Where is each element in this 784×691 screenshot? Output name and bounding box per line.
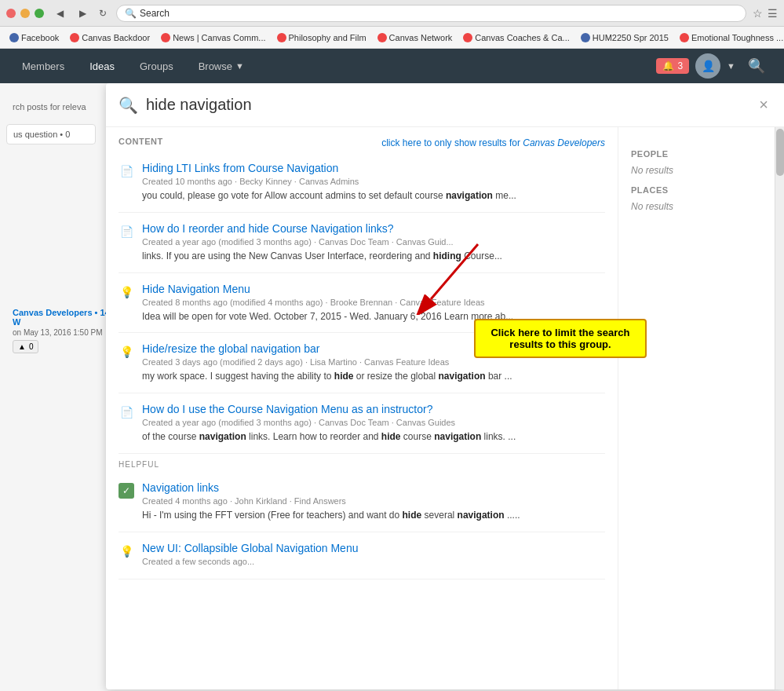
close-button[interactable]: ×	[756, 93, 771, 117]
callout-box: Click here to limit the search results t…	[474, 319, 647, 358]
result-content: Hide Navigation Menu Created 8 months ag…	[142, 283, 605, 324]
url-text: Search	[140, 8, 170, 19]
result-title[interactable]: New UI: Collapsible Global Navigation Me…	[142, 542, 605, 554]
bookmark-favicon	[377, 33, 387, 42]
filter-group-name[interactable]: Canvas Developers	[523, 137, 605, 148]
bookmarks-bar: Facebook Canvas Backdoor News | Canvas C…	[0, 27, 784, 49]
bookmark-favicon	[277, 33, 286, 42]
people-section-label: PEOPLE	[631, 149, 762, 159]
result-content: Hiding LTI Links from Course Navigation …	[142, 162, 605, 203]
app-nav: Members Ideas Groups Browse ▼ 🔔 3 👤 ▼ 🔍	[0, 49, 784, 83]
result-title[interactable]: How do I use the Course Navigation Menu …	[142, 403, 605, 415]
result-meta: Created 8 months ago (modified 4 months …	[142, 298, 605, 307]
search-header: 🔍 ×	[106, 83, 784, 127]
result-doc-icon: 📄	[119, 404, 134, 420]
red-arrow	[415, 236, 509, 315]
result-item: 💡 New UI: Collapsible Global Navigation …	[119, 532, 605, 579]
result-meta: Created a year ago (modified 3 months ag…	[142, 237, 605, 247]
nav-right: 🔔 3 👤 ▼ 🔍	[656, 53, 771, 79]
result-item: 📄 Hiding LTI Links from Course Navigatio…	[119, 152, 605, 213]
bookmark-canvas-network[interactable]: Canvas Network	[373, 31, 458, 44]
callout-text: Click here to limit the search results t…	[490, 327, 629, 350]
result-idea-icon: 💡	[119, 344, 134, 360]
result-check-icon: ✓	[119, 483, 134, 499]
places-no-results: No results	[631, 201, 762, 212]
result-snippet: you could, please go vote for Allow acco…	[142, 189, 605, 203]
result-meta: Created 10 months ago · Becky Kinney · C…	[142, 177, 605, 186]
bookmark-star[interactable]: ☆	[753, 7, 763, 20]
result-snippet: of the course navigation links. Learn ho…	[142, 430, 605, 444]
svg-line-1	[431, 244, 478, 299]
bookmark-news[interactable]: News | Canvas Comm...	[156, 31, 270, 44]
scrollbar-thumb[interactable]	[776, 129, 784, 176]
nav-bell-button[interactable]: 🔔 3	[656, 58, 689, 74]
bookmark-favicon	[680, 33, 689, 42]
result-meta: Created 4 months ago · John Kirkland · F…	[142, 496, 605, 506]
search-icon: 🔍	[119, 96, 138, 115]
nav-item-groups[interactable]: Groups	[130, 49, 183, 83]
people-no-results: No results	[631, 165, 762, 176]
result-title[interactable]: How do I reorder and hide Course Navigat…	[142, 222, 605, 235]
bookmark-favicon	[70, 33, 79, 42]
content-section-label: CONTENT	[119, 137, 163, 146]
result-idea-icon: 💡	[119, 543, 134, 559]
result-meta: Created 3 days ago (modified 2 days ago)…	[142, 357, 605, 367]
community-date: on May 13, 2016 1:50 PM	[13, 328, 114, 337]
search-body: CONTENT click here to only show results …	[106, 127, 784, 689]
bookmark-emotional[interactable]: Emotional Toughness ...	[675, 31, 784, 44]
bookmark-philosophy[interactable]: Philosophy and Film	[272, 31, 371, 44]
browser-url-bar[interactable]: 🔍 Search	[116, 5, 746, 22]
result-content: How do I reorder and hide Course Navigat…	[142, 222, 605, 263]
bookmark-favicon	[161, 33, 170, 42]
bookmark-favicon	[463, 33, 472, 42]
result-doc-icon: 📄	[119, 163, 134, 179]
nav-item-browse[interactable]: Browse ▼	[189, 49, 253, 83]
search-results-main: CONTENT click here to only show results …	[106, 127, 618, 689]
nav-search-button[interactable]: 🔍	[742, 57, 771, 75]
bookmark-hum2250[interactable]: HUM2250 Spr 2015	[576, 31, 673, 44]
result-meta: Created a year ago (modified 3 months ag…	[142, 418, 605, 427]
scrollbar-track[interactable]	[775, 127, 784, 689]
search-input[interactable]	[146, 96, 756, 114]
sidebar: rch posts for releva us question • 0 Can…	[0, 83, 102, 691]
result-item: ✓ Navigation links Created 4 months ago …	[119, 472, 605, 532]
result-content: How do I use the Course Navigation Menu …	[142, 403, 605, 444]
result-snippet: links. If you are using the New Canvas U…	[142, 250, 605, 263]
helpful-label: HELPFUL	[119, 460, 605, 469]
result-doc-icon: 📄	[119, 224, 134, 239]
community-link[interactable]: Canvas Developers • 14 W	[13, 308, 114, 327]
filter-link[interactable]: click here to only show results for Canv…	[381, 137, 605, 148]
result-title[interactable]: Navigation links	[142, 481, 605, 494]
bookmark-favicon	[9, 33, 19, 42]
result-item: 📄 How do I reorder and hide Course Navig…	[119, 213, 605, 273]
bookmark-favicon	[581, 33, 590, 42]
result-title[interactable]: Hide Navigation Menu	[142, 283, 605, 295]
result-item: 📄 How do I use the Course Navigation Men…	[119, 393, 605, 454]
places-section-label: PLACES	[631, 185, 762, 195]
result-snippet: Hi - I'm using the FFT version (Free for…	[142, 509, 605, 522]
result-content: Navigation links Created 4 months ago · …	[142, 481, 605, 522]
browser-search-icon: 🔍	[125, 8, 137, 19]
bookmark-facebook[interactable]: Facebook	[5, 31, 64, 44]
nav-avatar-dropdown[interactable]: ▼	[727, 61, 735, 71]
nav-bell-count: 3	[677, 60, 683, 71]
nav-item-ideas[interactable]: Ideas	[80, 49, 124, 83]
result-title[interactable]: Hiding LTI Links from Course Navigation	[142, 162, 605, 174]
bookmark-canvas-coaches[interactable]: Canvas Coaches & Ca...	[458, 31, 574, 44]
nav-avatar[interactable]: 👤	[695, 53, 720, 79]
result-snippet: my work space. I suggest having the abil…	[142, 370, 605, 383]
result-content: New UI: Collapsible Global Navigation Me…	[142, 542, 605, 569]
bookmark-canvas-backdoor[interactable]: Canvas Backdoor	[65, 31, 155, 44]
sidebar-question[interactable]: us question • 0	[6, 124, 96, 144]
page-background: rch posts for releva us question • 0 Can…	[0, 83, 784, 691]
result-idea-icon: 💡	[119, 284, 134, 300]
sidebar-search-label: rch posts for releva	[6, 96, 96, 118]
search-right-sidebar: PEOPLE No results PLACES No results	[618, 127, 775, 689]
community-info: Canvas Developers • 14 W on May 13, 2016…	[6, 302, 120, 360]
result-meta: Created a few seconds ago...	[142, 557, 605, 566]
browser-bar: ◀ ▶ ↻ 🔍 Search ☆ ☰	[0, 0, 784, 27]
menu-icon[interactable]: ☰	[768, 7, 778, 20]
community-vote-button[interactable]: ▲ 0	[13, 340, 38, 353]
search-modal: 🔍 × CONTENT click here to only show resu…	[106, 83, 784, 689]
nav-item-members[interactable]: Members	[13, 49, 74, 83]
